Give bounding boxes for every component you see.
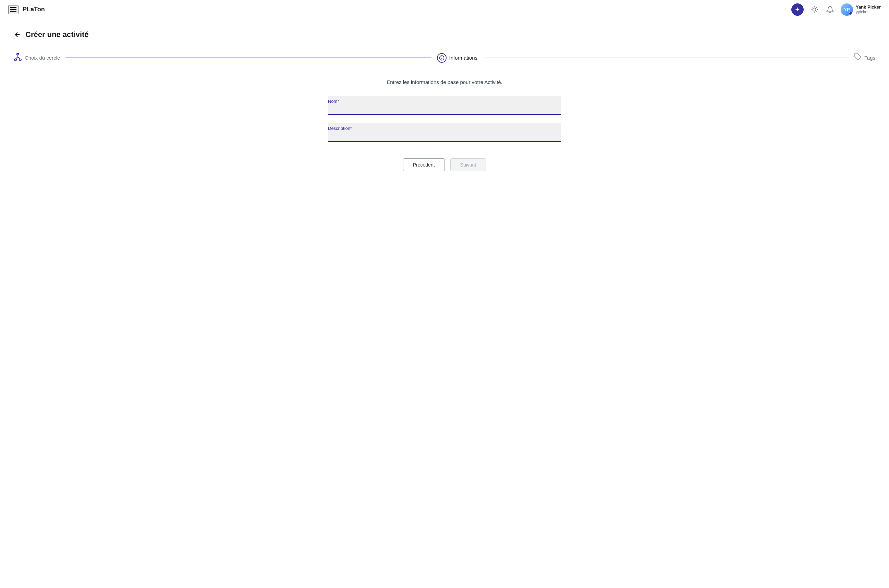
add-button[interactable]: + bbox=[792, 3, 804, 16]
step-informations: Informations bbox=[437, 53, 478, 63]
step-choix-cercle: Choix du cercle bbox=[14, 53, 60, 63]
menu-button[interactable] bbox=[8, 5, 18, 14]
nom-field: Nom* bbox=[328, 96, 561, 115]
arrow-left-icon bbox=[14, 31, 21, 38]
svg-rect-11 bbox=[14, 59, 16, 60]
avatar-badge bbox=[849, 12, 853, 16]
form-subtitle: Entrez les informations de base pour vot… bbox=[328, 79, 561, 85]
navbar-right: + YP bbox=[792, 3, 881, 16]
app-title: PLaTon bbox=[22, 6, 45, 13]
page-title: Créer une activité bbox=[25, 30, 89, 39]
description-field: Description* bbox=[328, 123, 561, 142]
svg-line-7 bbox=[812, 11, 812, 12]
svg-rect-12 bbox=[19, 59, 21, 60]
bell-icon bbox=[826, 6, 834, 14]
tag-icon bbox=[854, 53, 862, 62]
nom-input[interactable] bbox=[328, 96, 561, 115]
info-circle-icon bbox=[437, 53, 447, 63]
svg-line-4 bbox=[816, 11, 817, 12]
avatar: YP bbox=[841, 3, 853, 16]
back-button[interactable] bbox=[14, 31, 21, 38]
step-tags: Tags bbox=[854, 53, 875, 62]
user-info: Yank Picker ypicker bbox=[856, 4, 881, 14]
theme-button[interactable] bbox=[809, 4, 819, 15]
svg-line-15 bbox=[18, 57, 20, 59]
user-name: Yank Picker bbox=[856, 4, 881, 10]
svg-point-0 bbox=[813, 8, 816, 11]
button-row: Précedent Suivant bbox=[328, 158, 561, 171]
form-area: Entrez les informations de base pour vot… bbox=[328, 79, 561, 171]
step-tags-label: Tags bbox=[864, 55, 875, 61]
svg-rect-10 bbox=[17, 54, 19, 55]
navbar: PLaTon + YP bbox=[0, 0, 889, 19]
sun-icon bbox=[811, 6, 818, 14]
navbar-left: PLaTon bbox=[8, 5, 45, 14]
network-icon bbox=[14, 53, 22, 63]
previous-button[interactable]: Précedent bbox=[403, 158, 445, 171]
stepper: Choix du cercle Informations bbox=[14, 53, 875, 63]
description-input[interactable] bbox=[328, 123, 561, 142]
step-informations-label: Informations bbox=[449, 55, 478, 61]
svg-line-3 bbox=[812, 7, 812, 7]
user-handle: ypicker bbox=[856, 10, 881, 14]
page-content: Créer une activité Choix du cercle bbox=[0, 19, 889, 182]
step-choix-cercle-label: Choix du cercle bbox=[25, 55, 60, 61]
svg-line-14 bbox=[15, 57, 18, 59]
next-button[interactable]: Suivant bbox=[450, 158, 486, 171]
page-header: Créer une activité bbox=[14, 30, 875, 39]
notification-button[interactable] bbox=[825, 4, 835, 15]
user-section[interactable]: YP Yank Picker ypicker bbox=[841, 3, 881, 16]
svg-line-8 bbox=[816, 7, 817, 7]
